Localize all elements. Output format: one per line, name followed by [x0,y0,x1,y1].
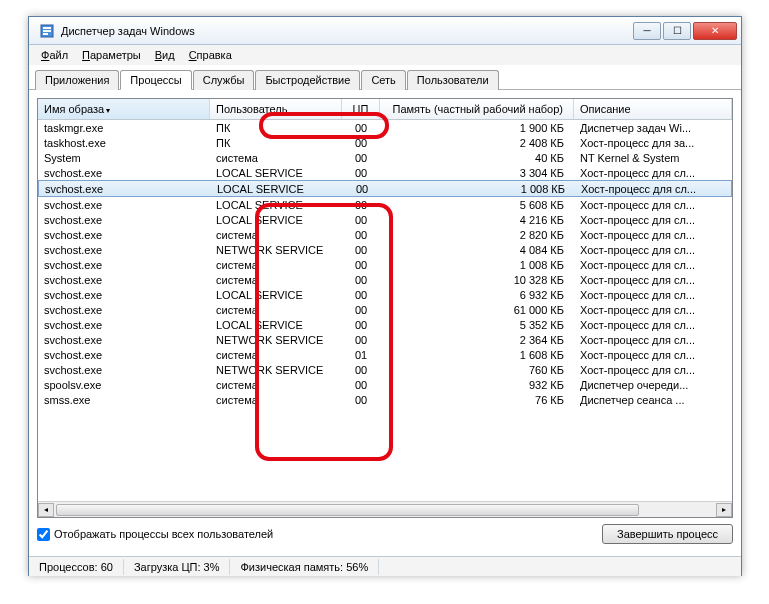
cell: ПК [210,122,342,134]
cell: Диспетчер задач Wi... [574,122,732,134]
cell: 3 304 КБ [380,167,574,179]
tab-сеть[interactable]: Сеть [361,70,405,90]
cell: 5 352 КБ [380,319,574,331]
cell: 00 [342,137,380,149]
cell: svchost.exe [38,229,210,241]
cell: 00 [342,379,380,391]
cell: NT Kernel & System [574,152,732,164]
menu-options[interactable]: Параметры [76,48,147,62]
cell: taskhost.exe [38,137,210,149]
cell: 00 [342,274,380,286]
tab-пользователи[interactable]: Пользователи [407,70,499,90]
scroll-thumb[interactable] [56,504,639,516]
cell: 5 608 КБ [380,199,574,211]
cell: smss.exe [38,394,210,406]
cell: система [210,349,342,361]
tab-content: Имя образа▾ Пользователь ЦП Память (част… [29,90,741,556]
cell: Хост-процесс для сл... [574,274,732,286]
table-row[interactable]: Systemсистема0040 КБNT Kernel & System [38,150,732,165]
cell: Хост-процесс для сл... [574,259,732,271]
scroll-track[interactable] [54,503,716,517]
cell: svchost.exe [38,214,210,226]
table-row[interactable]: svchost.exeсистема0061 000 КБХост-процес… [38,302,732,317]
table-row[interactable]: svchost.exeLOCAL SERVICE001 008 КБХост-п… [38,180,732,197]
cell: Хост-процесс для сл... [574,244,732,256]
col-user[interactable]: Пользователь [210,99,342,119]
minimize-button[interactable]: ─ [633,22,661,40]
col-cpu[interactable]: ЦП [342,99,380,119]
table-row[interactable]: svchost.exeсистема0010 328 КБХост-процес… [38,272,732,287]
sort-arrow-icon: ▾ [106,106,110,115]
cell: система [210,394,342,406]
table-row[interactable]: svchost.exeNETWORK SERVICE00760 КБХост-п… [38,362,732,377]
tab-приложения[interactable]: Приложения [35,70,119,90]
close-button[interactable]: ✕ [693,22,737,40]
col-image[interactable]: Имя образа▾ [38,99,210,119]
tab-службы[interactable]: Службы [193,70,255,90]
table-row[interactable]: svchost.exeLOCAL SERVICE004 216 КБХост-п… [38,212,732,227]
cell: 00 [342,152,380,164]
cell: 4 216 КБ [380,214,574,226]
cell: 00 [342,199,380,211]
app-icon [39,23,55,39]
maximize-button[interactable]: ☐ [663,22,691,40]
table-row[interactable]: svchost.exeLOCAL SERVICE005 608 КБХост-п… [38,197,732,212]
menu-view[interactable]: Вид [149,48,181,62]
scroll-left-button[interactable]: ◂ [38,503,54,517]
cell: 00 [342,214,380,226]
col-description[interactable]: Описание [574,99,732,119]
table-row[interactable]: svchost.exeсистема002 820 КБХост-процесс… [38,227,732,242]
table-header: Имя образа▾ Пользователь ЦП Память (част… [38,99,732,120]
cell: система [210,274,342,286]
cell: 4 084 КБ [380,244,574,256]
cell: svchost.exe [38,274,210,286]
horizontal-scrollbar[interactable]: ◂ ▸ [38,501,732,517]
table-row[interactable]: spoolsv.exeсистема00932 КБДиспетчер очер… [38,377,732,392]
table-row[interactable]: smss.exeсистема0076 КБДиспетчер сеанса .… [38,392,732,407]
titlebar[interactable]: Диспетчер задач Windows ─ ☐ ✕ [29,17,741,45]
cell: 2 408 КБ [380,137,574,149]
show-all-users-checkbox[interactable]: Отображать процессы всех пользователей [37,528,273,541]
cell: LOCAL SERVICE [210,167,342,179]
cell: Диспетчер сеанса ... [574,394,732,406]
cell: 76 КБ [380,394,574,406]
menubar: Файл Параметры Вид Справка [29,45,741,65]
cell: svchost.exe [39,183,211,195]
cell: svchost.exe [38,167,210,179]
cell: 00 [342,364,380,376]
table-row[interactable]: svchost.exeсистема011 608 КБХост-процесс… [38,347,732,362]
cell: 00 [342,289,380,301]
col-memory[interactable]: Память (частный рабочий набор) [380,99,574,119]
table-row[interactable]: svchost.exeNETWORK SERVICE004 084 КБХост… [38,242,732,257]
end-process-button[interactable]: Завершить процесс [602,524,733,544]
table-row[interactable]: taskmgr.exeПК001 900 КБДиспетчер задач W… [38,120,732,135]
table-row[interactable]: svchost.exeсистема001 008 КБХост-процесс… [38,257,732,272]
cell: 00 [342,244,380,256]
table-body[interactable]: taskmgr.exeПК001 900 КБДиспетчер задач W… [38,120,732,501]
cell: Хост-процесс для сл... [574,167,732,179]
table-row[interactable]: svchost.exeLOCAL SERVICE005 352 КБХост-п… [38,317,732,332]
tab-быстродействие[interactable]: Быстродействие [255,70,360,90]
menu-help[interactable]: Справка [183,48,238,62]
table-row[interactable]: taskhost.exeПК002 408 КБХост-процесс для… [38,135,732,150]
cell: svchost.exe [38,334,210,346]
cell: 1 008 КБ [380,259,574,271]
table-row[interactable]: svchost.exeNETWORK SERVICE002 364 КБХост… [38,332,732,347]
cell: LOCAL SERVICE [210,199,342,211]
show-all-users-input[interactable] [37,528,50,541]
svg-rect-2 [43,30,51,32]
table-row[interactable]: svchost.exeLOCAL SERVICE006 932 КБХост-п… [38,287,732,302]
cell: ПК [210,137,342,149]
status-processes: Процессов: 60 [29,559,124,575]
cell: Хост-процесс для сл... [575,183,731,195]
cell: 6 932 КБ [380,289,574,301]
cell: 10 328 КБ [380,274,574,286]
cell: svchost.exe [38,259,210,271]
menu-file[interactable]: Файл [35,48,74,62]
cell: 40 КБ [380,152,574,164]
window-title: Диспетчер задач Windows [61,25,633,37]
tab-процессы[interactable]: Процессы [120,70,191,90]
table-row[interactable]: svchost.exeLOCAL SERVICE003 304 КБХост-п… [38,165,732,180]
cell: 1 900 КБ [380,122,574,134]
scroll-right-button[interactable]: ▸ [716,503,732,517]
